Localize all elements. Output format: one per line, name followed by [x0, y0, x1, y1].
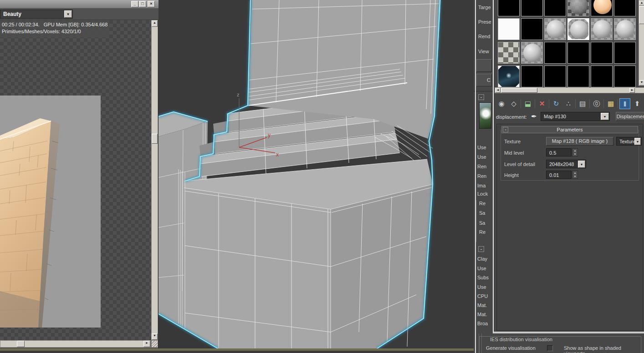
rollout-collapse-icon[interactable]: -	[478, 94, 484, 100]
chevron-down-icon[interactable]: ▼	[64, 10, 72, 18]
height-field[interactable]: 0.01	[546, 171, 572, 179]
material-editor-window: ▲ ▼ ◄ ► ◉◇⬓✕↻∴▤⓪▦‖⬆ displacement: ✒ Map …	[493, 0, 644, 333]
scroll-down-icon[interactable]: ▼	[152, 333, 158, 340]
displacement-map-select[interactable]: Map #130 ▼	[541, 112, 610, 121]
material-slot[interactable]	[614, 0, 636, 16]
dialog-button[interactable]: C	[476, 74, 492, 86]
slots-horizontal-scrollbar[interactable]: ◄ ►	[495, 87, 644, 93]
toolbar-separator	[618, 99, 618, 108]
truncated-label: CPU	[477, 293, 488, 299]
slot-corner-marker	[568, 19, 572, 23]
material-slot[interactable]	[591, 0, 613, 16]
render-channel-select[interactable]: Beauty ▼	[0, 10, 73, 19]
put-material-to-scene-icon[interactable]: ◇	[508, 98, 519, 109]
material-slot[interactable]	[521, 42, 543, 64]
horizontal-scroll-thumb[interactable]	[17, 341, 25, 347]
material-slot[interactable]	[544, 66, 566, 87]
make-unique-icon[interactable]: ∴	[563, 98, 574, 109]
material-slot[interactable]	[567, 42, 589, 64]
material-slot[interactable]	[521, 0, 543, 16]
assign-material-to-selection-icon[interactable]: ⬓	[522, 98, 533, 109]
axis-x-label: x	[276, 151, 279, 158]
texture-type-select[interactable]: Texture ▼	[616, 137, 642, 146]
render-channel-value: Beauty	[3, 11, 21, 17]
scroll-up-icon[interactable]: ▲	[639, 0, 644, 5]
chevron-down-icon[interactable]: ▼	[578, 161, 585, 168]
get-material-icon[interactable]: ◉	[496, 98, 507, 109]
application-root: _ □ × Beauty ▼ 00:25 / 00:02:34. GPU Mem…	[0, 0, 644, 353]
displacement-button[interactable]: Displacement	[616, 112, 644, 121]
render-canvas[interactable]: 00:25 / 00:02:34. GPU Mem [GB]: 0.354/4.…	[0, 20, 151, 340]
truncated-label: Broa	[477, 321, 488, 326]
slot-corner-marker	[568, 35, 572, 39]
material-slot[interactable]	[591, 18, 613, 40]
material-slot[interactable]	[544, 42, 566, 64]
material-slot[interactable]	[544, 0, 566, 16]
truncated-label: View	[478, 49, 489, 54]
height-spinner[interactable]: ▲▼	[572, 171, 578, 179]
slots-vertical-scrollbar[interactable]: ▲ ▼	[639, 0, 644, 86]
reset-map-icon[interactable]: ✕	[537, 98, 547, 109]
slot-corner-marker	[498, 83, 502, 87]
slot-corner-marker	[516, 83, 519, 87]
render-window-toolbar: Beauty ▼	[0, 8, 158, 20]
chevron-down-icon[interactable]: ▼	[601, 113, 609, 120]
scroll-right-icon[interactable]: ►	[629, 88, 635, 93]
render-stats: 00:25 / 00:02:34. GPU Mem [GB]: 0.354/4.…	[0, 20, 109, 37]
eyedropper-icon[interactable]: ✒	[531, 112, 537, 121]
vertical-scroll-thumb[interactable]	[152, 134, 158, 144]
close-icon[interactable]: ×	[148, 1, 155, 7]
level-of-detail-select[interactable]: 2048x2048 ▼	[546, 160, 586, 168]
status-strip	[0, 351, 475, 353]
material-slot[interactable]	[498, 18, 520, 40]
material-slot[interactable]	[614, 42, 636, 64]
chevron-down-icon[interactable]: ▼	[634, 138, 641, 145]
vertical-scroll-thumb[interactable]	[639, 6, 644, 24]
make-material-copy-icon[interactable]: ↻	[551, 98, 562, 109]
show-end-result-icon[interactable]: ‖	[619, 98, 630, 109]
texture-map-button[interactable]: Map #128 ( RGB image )	[546, 137, 613, 146]
dialog-button[interactable]	[476, 59, 492, 72]
scroll-down-icon[interactable]: ▼	[639, 80, 644, 86]
truncated-label: Use	[477, 154, 486, 160]
truncated-label: Subs	[477, 275, 489, 280]
material-slot[interactable]	[498, 42, 520, 64]
scroll-left-icon[interactable]: ◄	[495, 88, 501, 93]
put-to-library-icon[interactable]: ▤	[577, 98, 588, 109]
scroll-up-icon[interactable]: ▲	[152, 20, 158, 27]
material-slot[interactable]	[614, 18, 636, 40]
material-slot[interactable]	[498, 66, 520, 87]
render-vertical-scrollbar[interactable]: ▲ ▼	[151, 20, 158, 340]
scroll-right-icon[interactable]: ►	[143, 341, 150, 347]
go-to-parent-icon[interactable]: ⬆	[632, 98, 643, 109]
material-slot[interactable]	[591, 66, 613, 87]
mid-level-field[interactable]: 0.5	[546, 148, 572, 156]
truncated-label: Rend	[478, 34, 490, 39]
3d-viewport[interactable]: z y x	[158, 0, 474, 348]
material-slot[interactable]	[591, 42, 613, 64]
generate-visualisation-checkbox[interactable]	[547, 345, 553, 351]
environment-map-thumbnail[interactable]	[479, 102, 491, 129]
show-shaded-material-icon[interactable]: ▦	[605, 98, 616, 109]
material-slot[interactable]	[521, 18, 543, 40]
material-slot[interactable]	[614, 66, 636, 87]
mid-level-spinner[interactable]: ▲▼	[572, 148, 578, 156]
material-slot[interactable]	[498, 0, 520, 16]
horizontal-scroll-thumb[interactable]	[501, 88, 537, 93]
material-slot[interactable]	[567, 0, 589, 16]
resize-grip[interactable]	[151, 340, 158, 348]
dialog-window-edge	[475, 0, 476, 353]
truncated-label: Prese	[478, 19, 491, 25]
material-slot[interactable]	[567, 18, 589, 40]
render-horizontal-scrollbar[interactable]: ►	[0, 340, 151, 348]
truncated-label: Lock	[477, 191, 488, 197]
rollout-collapse-icon[interactable]: -	[478, 246, 484, 252]
minimize-icon[interactable]: _	[131, 1, 138, 7]
render-window-titlebar[interactable]: _ □ ×	[0, 0, 158, 8]
maximize-icon[interactable]: □	[139, 1, 146, 7]
displacement-label: displacement:	[496, 114, 527, 120]
material-id-channel-icon[interactable]: ⓪	[591, 98, 602, 109]
material-slot[interactable]	[567, 66, 589, 87]
material-slot[interactable]	[521, 66, 543, 87]
material-slot[interactable]	[544, 18, 566, 40]
